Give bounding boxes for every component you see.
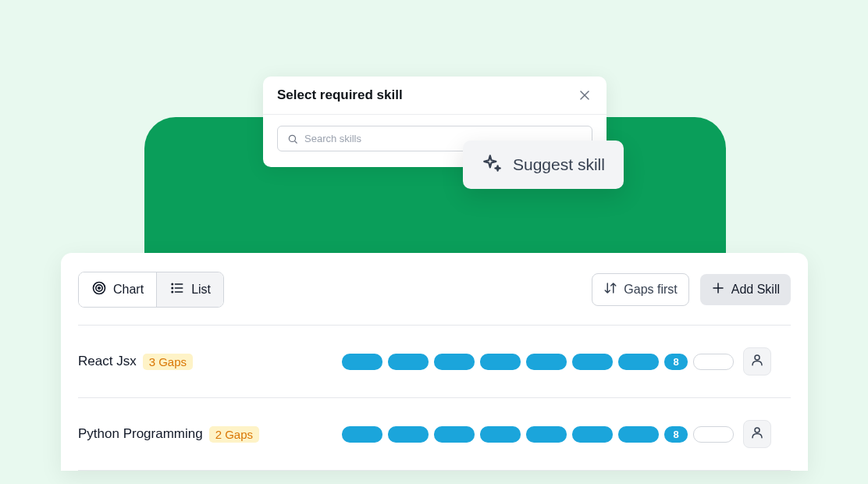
level-segment-filled xyxy=(526,354,567,370)
assign-user-button[interactable] xyxy=(743,347,771,375)
level-number-badge: 8 xyxy=(664,354,688,370)
chart-view-label: Chart xyxy=(113,283,144,297)
plus-icon xyxy=(711,281,725,298)
skill-row: React Jsx3 Gaps8 xyxy=(78,326,791,398)
level-indicator[interactable]: 8 xyxy=(342,426,734,443)
sparkle-icon xyxy=(482,153,502,176)
sort-label: Gaps first xyxy=(624,283,677,297)
list-view-label: List xyxy=(191,283,211,297)
close-icon[interactable] xyxy=(577,87,592,103)
level-segment-filled xyxy=(572,354,613,370)
modal-header: Select required skill xyxy=(263,77,607,115)
svg-point-10 xyxy=(172,283,173,284)
level-segment-filled xyxy=(434,354,475,370)
level-segment-filled xyxy=(480,426,521,443)
add-skill-label: Add Skill xyxy=(731,283,780,297)
level-segment-filled xyxy=(572,426,613,443)
list-view-button[interactable]: List xyxy=(157,272,223,307)
svg-point-4 xyxy=(94,283,105,294)
search-icon xyxy=(287,133,298,144)
gap-badge: 3 Gaps xyxy=(143,354,193,370)
svg-line-3 xyxy=(294,141,297,143)
level-segment-filled xyxy=(342,354,382,370)
level-segment-filled xyxy=(434,426,475,443)
level-segment-filled xyxy=(388,354,429,370)
target-icon xyxy=(91,280,107,299)
user-icon xyxy=(750,425,764,443)
skill-label-area: React Jsx3 Gaps xyxy=(78,354,342,370)
skill-label-area: Python Programming2 Gaps xyxy=(78,426,342,443)
svg-point-11 xyxy=(172,287,173,288)
chart-view-button[interactable]: Chart xyxy=(79,272,157,307)
toolbar: Chart List xyxy=(78,272,791,326)
svg-point-12 xyxy=(172,291,173,292)
view-toggle: Chart List xyxy=(78,272,224,308)
level-segment-empty xyxy=(693,426,734,443)
level-number-badge: 8 xyxy=(664,426,688,443)
suggest-skill-button[interactable]: Suggest skill xyxy=(463,141,624,189)
level-segment-filled xyxy=(618,426,659,443)
sort-button[interactable]: Gaps first xyxy=(592,273,688,306)
level-segment-filled xyxy=(342,426,382,443)
sort-icon xyxy=(603,281,617,298)
user-icon xyxy=(750,353,764,370)
skills-panel: Chart List xyxy=(61,253,808,471)
modal-title: Select required skill xyxy=(277,87,403,103)
skill-row: Python Programming2 Gaps8 xyxy=(78,398,791,471)
svg-point-6 xyxy=(98,287,101,290)
level-indicator[interactable]: 8 xyxy=(342,354,734,370)
list-icon xyxy=(169,280,185,299)
skill-name: Python Programming xyxy=(78,426,203,442)
add-skill-button[interactable]: Add Skill xyxy=(700,274,791,305)
svg-point-5 xyxy=(96,285,102,291)
level-segment-filled xyxy=(388,426,429,443)
level-segment-empty xyxy=(693,354,734,370)
level-segment-filled xyxy=(480,354,521,370)
svg-point-15 xyxy=(755,355,760,360)
toolbar-actions: Gaps first Add Skill xyxy=(592,273,791,306)
level-segment-filled xyxy=(526,426,567,443)
level-segment-filled xyxy=(618,354,659,370)
gap-badge: 2 Gaps xyxy=(209,426,259,443)
svg-point-16 xyxy=(755,428,760,432)
suggest-skill-label: Suggest skill xyxy=(513,155,605,174)
skill-name: React Jsx xyxy=(78,354,137,369)
assign-user-button[interactable] xyxy=(743,420,771,448)
